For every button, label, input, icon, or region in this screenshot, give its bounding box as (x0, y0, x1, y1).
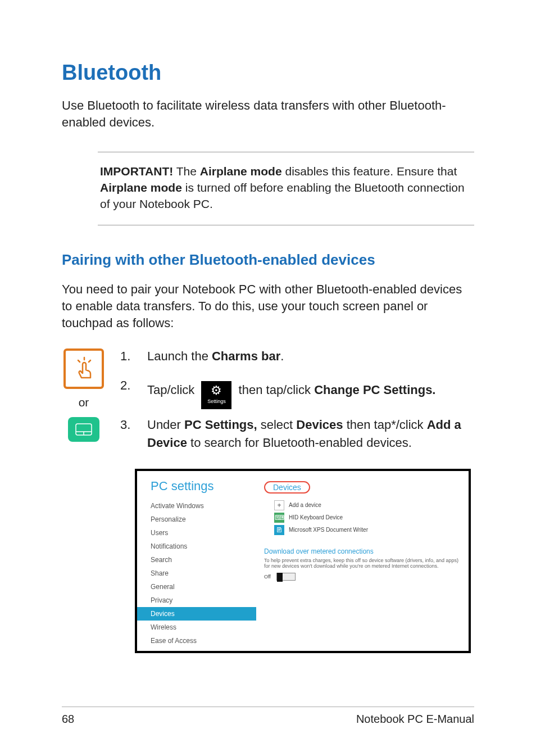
step-3-b1: PC Settings, (184, 418, 257, 432)
section-subheading: Pairing with other Bluetooth-enabled dev… (62, 251, 474, 269)
pc-settings-screenshot: PC settings Activate Windows Personalize… (135, 469, 471, 653)
steps-list: 1. Launch the Charms bar. 2. Tap/click ⚙… (120, 347, 474, 463)
sidebar-users: Users (137, 526, 256, 540)
important-note: IMPORTANT! The Airplane mode disables th… (98, 152, 474, 225)
sidebar-general: General (137, 580, 256, 594)
keyboard-device-row: ⌨ HID Keyboard Device (274, 513, 460, 523)
off-label: Off (264, 574, 271, 580)
step-1-post: . (280, 349, 284, 363)
step-2-mid: then tap/click (239, 383, 315, 397)
step-3-number: 3. (120, 416, 147, 452)
step-2-number: 2. (120, 377, 147, 405)
step-2-pre: Tap/click (147, 383, 198, 397)
settings-charm-icon: ⚙ Settings (201, 381, 231, 409)
plus-icon: + (274, 500, 284, 510)
step-1-pre: Launch the (147, 349, 212, 363)
metered-toggle-row: Off (264, 573, 460, 581)
touchscreen-icon (63, 348, 104, 389)
page-footer: 68 Notebook PC E-Manual (62, 707, 474, 726)
sidebar-devices: Devices (137, 607, 256, 621)
airplane-mode-2: Airplane mode (100, 181, 182, 194)
sidebar-notifications: Notifications (137, 540, 256, 553)
step-3-b2: Devices (296, 418, 343, 432)
or-label: or (79, 396, 89, 409)
step-1: 1. Launch the Charms bar. (120, 347, 474, 365)
sidebar-personalize: Personalize (137, 513, 256, 526)
page-number: 68 (62, 713, 74, 726)
settings-sidebar: PC settings Activate Windows Personalize… (137, 471, 256, 651)
gear-icon: ⚙ (211, 384, 222, 397)
airplane-mode-1: Airplane mode (200, 165, 282, 178)
keyboard-device-label: HID Keyboard Device (289, 514, 343, 520)
page-heading: Bluetooth (62, 61, 474, 85)
step-3-post: to search for Bluetooth-enabled devices. (187, 436, 412, 450)
step-3-mid1: select (257, 418, 297, 432)
toggle-knob (277, 573, 283, 582)
sidebar-wireless: Wireless (137, 621, 256, 634)
devices-header-circled: Devices (264, 481, 310, 494)
step-1-bold: Charms bar (212, 349, 280, 363)
intro-paragraph: Use Bluetooth to facilitate wireless dat… (62, 97, 474, 130)
sidebar-activate-windows: Activate Windows (137, 499, 256, 513)
download-description: To help prevent extra charges, keep this… (264, 558, 460, 570)
sidebar-ease-of-access: Ease of Access (137, 634, 256, 648)
settings-charm-label: Settings (207, 398, 226, 405)
step-1-number: 1. (120, 347, 147, 365)
sidebar-share: Share (137, 567, 256, 580)
add-device-row: + Add a device (274, 500, 460, 510)
download-header: Download over metered connections (264, 547, 460, 555)
sidebar-privacy: Privacy (137, 594, 256, 607)
sidebar-search: Search (137, 553, 256, 567)
step-2-bold: Change PC Settings. (314, 383, 435, 397)
steps-container: or 1. Launch the Charms bar. 2. Tap/cli (62, 347, 474, 463)
step-3: 3. Under PC Settings, select Devices the… (120, 416, 474, 452)
add-device-label: Add a device (289, 502, 321, 508)
important-text-mid: disables this feature. Ensure that (282, 165, 457, 178)
important-label: IMPORTANT! (100, 165, 173, 178)
pc-settings-title: PC settings (137, 479, 256, 499)
xps-device-row: 🖹 Microsoft XPS Document Writer (274, 525, 460, 535)
settings-content: Devices + Add a device ⌨ HID Keyboard De… (256, 471, 469, 651)
footer-title: Notebook PC E-Manual (356, 713, 474, 726)
keyboard-icon: ⌨ (274, 513, 284, 523)
pairing-intro: You need to pair your Notebook PC with o… (62, 281, 474, 332)
touchpad-icon (68, 417, 99, 442)
input-method-icons: or (62, 347, 106, 442)
step-2: 2. Tap/click ⚙ Settings then tap/click C… (120, 377, 474, 405)
step-3-mid2: then tap*/click (343, 418, 427, 432)
toggle-switch (276, 573, 296, 581)
xps-device-label: Microsoft XPS Document Writer (289, 527, 368, 533)
step-3-pre: Under (147, 418, 184, 432)
document-icon: 🖹 (274, 525, 284, 535)
important-text-pre: The (173, 165, 199, 178)
